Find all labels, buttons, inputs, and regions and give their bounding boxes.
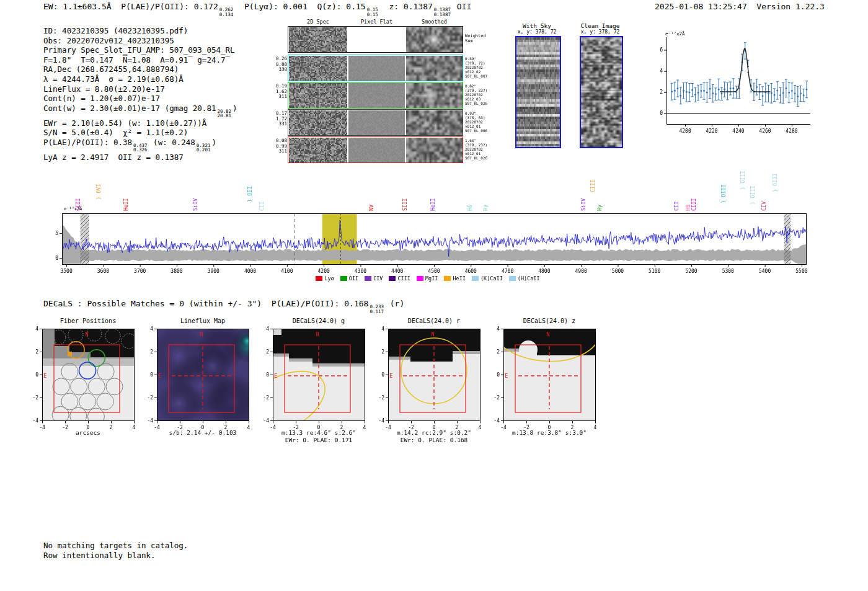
- stacked-uncertainty: 0.2620.134: [219, 7, 234, 17]
- legend-label: HeII: [453, 275, 465, 282]
- text-segment: S/N = 5.0(±0.4) χ² = 1.1(±0.2): [43, 128, 188, 137]
- spec2d-row-scale-labels: 0.17 1.72 331: [270, 111, 287, 127]
- info-line-4: F=1.8" T=0.147 N̅=1.08 A=0.91̅ g=24.7̅: [43, 55, 237, 65]
- panel-caption-fiber-1: arcsecs: [35, 429, 141, 437]
- text-segment: Cont(n) = 1.20(±0.07)e-17: [43, 94, 160, 103]
- legend-swatch: [509, 276, 516, 281]
- legend-item-(K)CaII: (K)CaII: [472, 275, 503, 282]
- decals-matches-line: DECaLS : Possible Matches = 0 (within +/…: [43, 299, 404, 314]
- legend-item-(H)CaII: (H)CaII: [509, 275, 540, 282]
- stacked-uncertainty: 0.4370.326: [133, 143, 148, 153]
- info-line-3: Primary Spec_Slot_IFU_AMP: 507_093_054_R…: [43, 45, 237, 55]
- line-fit-plot: [642, 30, 815, 141]
- spec2d-col-header-pixelflat: Pixel Flat: [348, 19, 405, 25]
- text-segment: EWr = 2.10(±0.54) (w: 1.10(±0.27))Å: [43, 118, 206, 128]
- legend-swatch: [365, 276, 371, 281]
- legend-item-CIII: CIII: [389, 275, 410, 282]
- legend-swatch: [417, 276, 423, 281]
- spec2d-row-strip: [289, 83, 463, 108]
- stacked-uncertainty: 20.8220.81: [217, 109, 231, 118]
- legend-swatch: [389, 276, 396, 281]
- panel-caption-decals_g-1: m:13.3 re:4.6" s:2.6": [265, 429, 372, 437]
- text-segment: ID: 4023210395 (4023210395.pdf): [43, 26, 188, 35]
- text-segment: RA,Dec (268.672455,64.888794): [43, 64, 179, 74]
- text-segment: P(Lyα): 0.001 Q(z): 0.15: [234, 2, 365, 11]
- stacked-uncertainty: 0.150.15: [367, 7, 378, 17]
- footer-line-1: No matching targets in catalog.: [43, 541, 188, 551]
- spec2d-row-scale-labels: 0.26 0.80 330: [270, 56, 287, 73]
- spec2d-col-header-smoothed: Smoothed: [406, 19, 463, 25]
- info-line-10: EWr = 2.10(±0.54) (w: 1.10(±0.27))Å: [43, 118, 237, 128]
- text-segment: λ = 4244.73Å σ = 2.19(±0.68)Å: [43, 74, 184, 84]
- stacked-uncertainty: 0.2330.117: [370, 304, 384, 314]
- panel-caption-lineflux-1: s/b: 2.14 +/- 0.103: [149, 429, 256, 437]
- text-segment: (r): [385, 299, 404, 308]
- elixer-report-page: EW: 1.1±603.5Å P(LAE)/P(OII): 0.1720.262…: [0, 0, 868, 591]
- panel-caption-decals_r-2: EWr: 0. PLAE: 0.168: [381, 437, 487, 444]
- text-segment: Primary Spec_Slot_IFU_AMP: 507_093_054_R…: [43, 45, 235, 55]
- info-line-5: RA,Dec (268.672455,64.888794): [43, 64, 237, 74]
- legend-label: (K)CaII: [480, 275, 503, 282]
- info-line-12: P(LAE)/P(OII): 0.380.4370.326 (w: 0.2480…: [43, 138, 237, 153]
- spec2d-row-strip: [289, 110, 463, 135]
- text-segment: LyA z = 2.4917 OII z = 0.1387: [43, 153, 184, 162]
- info-line-9: Cont(w) = 2.30(±0.01)e-17 (gmag 20.8120.…: [43, 104, 237, 118]
- spec2d-row-meta-labels: 0.93" (378, 63) 20220702 v012_01 507_RL_…: [465, 111, 501, 133]
- header-datetime-version: 2025-01-08 13:25:47 Version 1.22.3: [655, 2, 825, 11]
- info-line-11: S/N = 5.0(±0.4) χ² = 1.1(±0.2): [43, 128, 237, 138]
- info-line-6: λ = 4244.73Å σ = 2.19(±0.68)Å: [43, 74, 237, 84]
- text-segment: (w: 0.248: [149, 138, 195, 147]
- legend-item-Lyα: Lyα: [316, 275, 334, 282]
- spec2d-row-meta-labels: 1.63" (379, 237) 20220702 v012_01 507_RL…: [465, 138, 501, 160]
- panel-title-decals_z: DECaLS(24.0) z: [503, 318, 595, 324]
- footer-notes: No matching targets in catalog. Row inte…: [43, 541, 188, 560]
- spec2d-row-meta-labels: 0.89" (378, 72) 20220702 v012_02 507_RL_…: [465, 56, 501, 78]
- info-line-2: Obs: 20220702v012_4023210395: [43, 36, 237, 46]
- spec2d-row-scale-labels: 0.19 1.62 311: [270, 84, 287, 100]
- legend-swatch: [340, 276, 347, 281]
- legend-label: MgII: [425, 275, 438, 282]
- panel-title-fiber: Fiber Positions: [42, 318, 134, 324]
- spec2d-row-strip: [289, 56, 463, 81]
- spec2d-row-scale-labels: 0.08 0.99 311: [270, 138, 287, 154]
- text-segment: DECaLS : Possible Matches = 0 (within +/…: [43, 299, 368, 308]
- with-sky-coords: x, y: 378, 72: [506, 29, 568, 35]
- legend-label: CIV: [373, 275, 383, 282]
- panel-caption-decals_g-2: EWr: 0. PLAE: 0.171: [265, 437, 372, 444]
- panel-caption-decals_r-1: m:14.2 rc:2.9" s:0.2": [381, 429, 487, 437]
- panel-title-decals_r: DECaLS(24.0) r: [388, 318, 480, 324]
- text-segment: EW: 1.1±603.5Å P(LAE)/P(OII): 0.172: [43, 2, 218, 11]
- spec2d-row-strip: [289, 138, 463, 162]
- spec2d-row-strip: [289, 27, 463, 52]
- panel-plot-lineflux: [138, 326, 254, 430]
- clean-image-coords: x, y: 378, 72: [569, 29, 631, 35]
- legend-label: OII: [349, 275, 358, 282]
- legend-item-MgII: MgII: [417, 275, 438, 282]
- panel-title-lineflux: Lineflux Map: [157, 318, 249, 324]
- target-info-block: ID: 4023210395 (4023210395.pdf)Obs: 2022…: [43, 26, 237, 162]
- panel-caption-decals_z-1: m:13.8 re:3.8" s:3.0": [496, 429, 603, 437]
- legend-item-OII: OII: [340, 275, 358, 282]
- legend-swatch: [316, 276, 322, 281]
- text-segment: LineFlux = 8.80(±2.20)e-17: [43, 84, 165, 94]
- legend-swatch: [444, 276, 451, 281]
- legend-item-HeII: HeII: [444, 275, 465, 282]
- stacked-uncertainty: 0.13870.1387: [434, 7, 451, 17]
- clean-image-title: Clean Image: [569, 22, 631, 29]
- spec2d-row-meta-labels: Weighted Sum: [465, 33, 501, 43]
- info-line-8: Cont(n) = 1.20(±0.07)e-17: [43, 94, 237, 104]
- text-segment: z: 0.1387: [379, 2, 433, 11]
- text-segment: ): [211, 138, 216, 147]
- text-segment: ): [232, 104, 237, 113]
- text-segment: OII: [452, 2, 471, 11]
- panel-title-decals_g: DECaLS(24.0) g: [273, 318, 365, 324]
- spectrum-legend: LyαOIICIVCIIIMgIIHeII(K)CaII(H)CaII: [273, 275, 583, 282]
- with-sky-image: [515, 36, 561, 148]
- info-line-7: LineFlux = 8.80(±2.20)e-17: [43, 84, 237, 94]
- panel-plot-decals_r: [370, 326, 485, 430]
- header-stats-line: EW: 1.1±603.5Å P(LAE)/P(OII): 0.1720.262…: [43, 2, 471, 17]
- spec2d-col-header-2dspec: 2D Spec: [289, 19, 347, 25]
- legend-label: (H)CaII: [518, 275, 540, 282]
- panel-plot-fiber: [24, 326, 139, 430]
- info-line-1: ID: 4023210395 (4023210395.pdf): [43, 26, 237, 36]
